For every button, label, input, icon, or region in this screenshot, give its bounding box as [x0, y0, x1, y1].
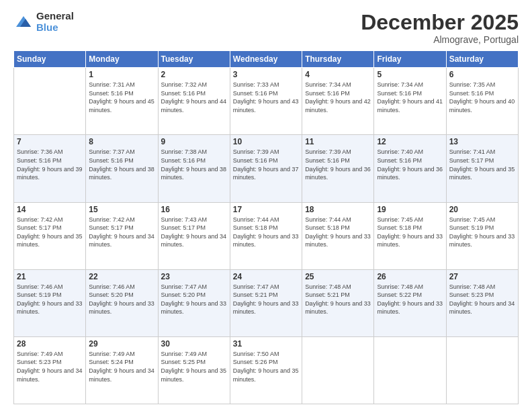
day-info: Sunrise: 7:41 AMSunset: 5:17 PMDaylight:… — [449, 148, 515, 181]
week-row-1: 7Sunrise: 7:36 AMSunset: 5:16 PMDaylight… — [14, 135, 519, 202]
header-thursday: Thursday — [302, 51, 374, 68]
header-sunday: Sunday — [14, 51, 86, 68]
day-number: 12 — [377, 137, 443, 146]
day-number: 17 — [233, 205, 299, 214]
title-area: December 2025 Almograve, Portugal — [361, 11, 519, 45]
day-number: 5 — [377, 70, 443, 79]
table-row: 31Sunrise: 7:50 AMSunset: 5:26 PMDayligh… — [230, 336, 302, 404]
table-row: 12Sunrise: 7:40 AMSunset: 5:16 PMDayligh… — [374, 135, 446, 202]
day-number: 7 — [17, 137, 83, 146]
table-row: 5Sunrise: 7:34 AMSunset: 5:16 PMDaylight… — [374, 68, 446, 135]
day-number: 24 — [233, 272, 299, 281]
day-number: 25 — [305, 272, 371, 281]
header-monday: Monday — [86, 51, 158, 68]
table-row: 30Sunrise: 7:49 AMSunset: 5:25 PMDayligh… — [158, 336, 230, 404]
day-number: 20 — [449, 205, 515, 214]
day-number: 8 — [89, 137, 154, 146]
logo: General Blue — [13, 11, 74, 33]
day-info: Sunrise: 7:48 AMSunset: 5:23 PMDaylight:… — [449, 283, 515, 316]
table-row: 14Sunrise: 7:42 AMSunset: 5:17 PMDayligh… — [14, 202, 86, 269]
table-row: 15Sunrise: 7:42 AMSunset: 5:17 PMDayligh… — [86, 202, 158, 269]
day-info: Sunrise: 7:36 AMSunset: 5:16 PMDaylight:… — [17, 148, 83, 181]
table-row: 20Sunrise: 7:45 AMSunset: 5:19 PMDayligh… — [446, 202, 518, 269]
day-number: 31 — [233, 339, 299, 349]
week-row-4: 28Sunrise: 7:49 AMSunset: 5:23 PMDayligh… — [14, 336, 519, 404]
table-row: 1Sunrise: 7:31 AMSunset: 5:16 PMDaylight… — [86, 68, 158, 135]
day-number: 4 — [305, 70, 371, 79]
day-info: Sunrise: 7:34 AMSunset: 5:16 PMDaylight:… — [377, 81, 443, 114]
header-wednesday: Wednesday — [230, 51, 302, 68]
day-info: Sunrise: 7:35 AMSunset: 5:16 PMDaylight:… — [449, 81, 515, 114]
table-row: 18Sunrise: 7:44 AMSunset: 5:18 PMDayligh… — [302, 202, 374, 269]
week-row-3: 21Sunrise: 7:46 AMSunset: 5:19 PMDayligh… — [14, 269, 519, 336]
day-info: Sunrise: 7:37 AMSunset: 5:16 PMDaylight:… — [89, 148, 154, 181]
header-tuesday: Tuesday — [158, 51, 230, 68]
day-number: 26 — [377, 272, 443, 281]
day-info: Sunrise: 7:46 AMSunset: 5:19 PMDaylight:… — [17, 283, 83, 316]
header: General Blue December 2025 Almograve, Po… — [13, 11, 519, 45]
table-row: 17Sunrise: 7:44 AMSunset: 5:18 PMDayligh… — [230, 202, 302, 269]
day-number: 6 — [449, 70, 515, 79]
weekday-header-row: Sunday Monday Tuesday Wednesday Thursday… — [14, 51, 519, 68]
day-number: 30 — [161, 339, 227, 349]
day-info: Sunrise: 7:49 AMSunset: 5:24 PMDaylight:… — [89, 350, 154, 383]
day-number: 9 — [161, 137, 227, 146]
day-info: Sunrise: 7:31 AMSunset: 5:16 PMDaylight:… — [89, 81, 154, 114]
day-number: 14 — [17, 205, 83, 214]
table-row: 22Sunrise: 7:46 AMSunset: 5:20 PMDayligh… — [86, 269, 158, 336]
table-row: 25Sunrise: 7:48 AMSunset: 5:21 PMDayligh… — [302, 269, 374, 336]
header-saturday: Saturday — [446, 51, 518, 68]
day-number: 23 — [161, 272, 227, 281]
day-info: Sunrise: 7:48 AMSunset: 5:22 PMDaylight:… — [377, 283, 443, 316]
day-info: Sunrise: 7:40 AMSunset: 5:16 PMDaylight:… — [377, 148, 443, 181]
table-row: 4Sunrise: 7:34 AMSunset: 5:16 PMDaylight… — [302, 68, 374, 135]
table-row: 27Sunrise: 7:48 AMSunset: 5:23 PMDayligh… — [446, 269, 518, 336]
day-number: 28 — [17, 339, 83, 349]
table-row — [374, 336, 446, 404]
table-row: 13Sunrise: 7:41 AMSunset: 5:17 PMDayligh… — [446, 135, 518, 202]
table-row: 26Sunrise: 7:48 AMSunset: 5:22 PMDayligh… — [374, 269, 446, 336]
day-info: Sunrise: 7:39 AMSunset: 5:16 PMDaylight:… — [233, 148, 299, 181]
day-number: 29 — [89, 339, 154, 349]
day-number: 2 — [161, 70, 227, 79]
table-row: 19Sunrise: 7:45 AMSunset: 5:18 PMDayligh… — [374, 202, 446, 269]
table-row: 7Sunrise: 7:36 AMSunset: 5:16 PMDaylight… — [14, 135, 86, 202]
day-info: Sunrise: 7:47 AMSunset: 5:20 PMDaylight:… — [161, 283, 227, 316]
day-number: 1 — [89, 70, 154, 79]
table-row: 9Sunrise: 7:38 AMSunset: 5:16 PMDaylight… — [158, 135, 230, 202]
day-info: Sunrise: 7:49 AMSunset: 5:25 PMDaylight:… — [161, 350, 227, 383]
day-info: Sunrise: 7:48 AMSunset: 5:21 PMDaylight:… — [305, 283, 371, 316]
day-info: Sunrise: 7:46 AMSunset: 5:20 PMDaylight:… — [89, 283, 154, 316]
day-info: Sunrise: 7:42 AMSunset: 5:17 PMDaylight:… — [17, 216, 83, 249]
day-info: Sunrise: 7:45 AMSunset: 5:18 PMDaylight:… — [377, 216, 443, 249]
table-row: 2Sunrise: 7:32 AMSunset: 5:16 PMDaylight… — [158, 68, 230, 135]
day-number: 21 — [17, 272, 83, 281]
day-info: Sunrise: 7:44 AMSunset: 5:18 PMDaylight:… — [233, 216, 299, 249]
table-row — [302, 336, 374, 404]
day-info: Sunrise: 7:34 AMSunset: 5:16 PMDaylight:… — [305, 81, 371, 114]
table-row: 24Sunrise: 7:47 AMSunset: 5:21 PMDayligh… — [230, 269, 302, 336]
day-number: 19 — [377, 205, 443, 214]
table-row: 6Sunrise: 7:35 AMSunset: 5:16 PMDaylight… — [446, 68, 518, 135]
header-friday: Friday — [374, 51, 446, 68]
table-row: 16Sunrise: 7:43 AMSunset: 5:17 PMDayligh… — [158, 202, 230, 269]
day-number: 15 — [89, 205, 154, 214]
day-info: Sunrise: 7:47 AMSunset: 5:21 PMDaylight:… — [233, 283, 299, 316]
day-info: Sunrise: 7:32 AMSunset: 5:16 PMDaylight:… — [161, 81, 227, 114]
day-number: 13 — [449, 137, 515, 146]
day-number: 10 — [233, 137, 299, 146]
day-info: Sunrise: 7:44 AMSunset: 5:18 PMDaylight:… — [305, 216, 371, 249]
day-number: 27 — [449, 272, 515, 281]
location: Almograve, Portugal — [361, 34, 519, 45]
table-row: 28Sunrise: 7:49 AMSunset: 5:23 PMDayligh… — [14, 336, 86, 404]
day-info: Sunrise: 7:43 AMSunset: 5:17 PMDaylight:… — [161, 216, 227, 249]
logo-general-text: General — [36, 11, 74, 22]
logo-blue-text: Blue — [36, 22, 74, 34]
page: General Blue December 2025 Almograve, Po… — [0, 0, 532, 411]
day-info: Sunrise: 7:45 AMSunset: 5:19 PMDaylight:… — [449, 216, 515, 249]
day-info: Sunrise: 7:50 AMSunset: 5:26 PMDaylight:… — [233, 350, 299, 383]
logo-icon — [13, 12, 34, 32]
table-row: 8Sunrise: 7:37 AMSunset: 5:16 PMDaylight… — [86, 135, 158, 202]
day-info: Sunrise: 7:33 AMSunset: 5:16 PMDaylight:… — [233, 81, 299, 114]
day-number: 22 — [89, 272, 154, 281]
